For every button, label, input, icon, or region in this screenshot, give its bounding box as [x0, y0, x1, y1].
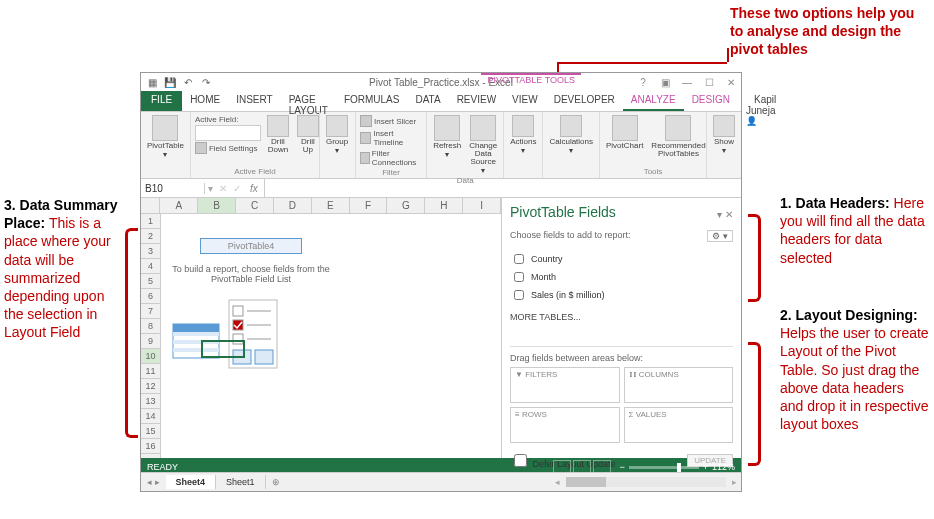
row-header[interactable]: 11: [141, 364, 161, 379]
zoom-in-icon[interactable]: +: [703, 462, 708, 472]
name-box-dropdown-icon[interactable]: ▾: [205, 183, 216, 194]
close-icon[interactable]: ✕: [723, 77, 739, 88]
spreadsheet[interactable]: A B C D E F G H I 1 2 3 4 5 6 7 8 9 10: [141, 198, 502, 458]
col-header[interactable]: D: [274, 198, 312, 214]
actions-button[interactable]: Actions▾: [508, 114, 538, 156]
redo-icon[interactable]: ↷: [199, 77, 213, 88]
col-header[interactable]: C: [236, 198, 274, 214]
field-sales[interactable]: Sales (in $ million): [510, 286, 733, 304]
refresh-button[interactable]: Refresh▾: [431, 114, 463, 160]
hscroll-right-icon[interactable]: ▸: [728, 477, 741, 487]
col-header[interactable]: H: [425, 198, 463, 214]
tab-formulas[interactable]: FORMULAS: [336, 91, 408, 111]
field-checkbox[interactable]: [514, 272, 524, 282]
field-month[interactable]: Month: [510, 268, 733, 286]
maximize-icon[interactable]: ☐: [701, 77, 717, 88]
col-header[interactable]: G: [387, 198, 425, 214]
tab-view[interactable]: VIEW: [504, 91, 546, 111]
field-checkbox[interactable]: [514, 254, 524, 264]
sheet-tab[interactable]: Sheet1: [216, 475, 266, 489]
filter-connections-button[interactable]: Filter Connections: [360, 148, 422, 168]
more-tables-link[interactable]: MORE TABLES...: [510, 312, 733, 322]
drill-up-button[interactable]: Drill Up: [295, 114, 321, 155]
col-header[interactable]: E: [312, 198, 350, 214]
row-header[interactable]: 7: [141, 304, 161, 319]
filters-box[interactable]: ▼ FILTERS: [510, 367, 620, 403]
tab-review[interactable]: REVIEW: [449, 91, 504, 111]
new-sheet-icon[interactable]: ⊕: [266, 477, 286, 487]
save-icon[interactable]: 💾: [163, 77, 177, 88]
ribbon-group-show: Show▾: [707, 112, 741, 178]
sheet-nav-icon[interactable]: ◂ ▸: [141, 477, 166, 487]
calculations-button[interactable]: Calculations▾: [547, 114, 595, 156]
row-header[interactable]: 16: [141, 439, 161, 454]
pane-settings-button[interactable]: ⚙ ▾: [707, 230, 733, 242]
row-header[interactable]: 9: [141, 334, 161, 349]
group-button[interactable]: Group▾: [324, 114, 350, 156]
hscrollbar[interactable]: [566, 477, 726, 487]
row-header[interactable]: 3: [141, 244, 161, 259]
field-country[interactable]: Country: [510, 250, 733, 268]
tab-home[interactable]: HOME: [182, 91, 228, 111]
columns-box[interactable]: ⫿⫿ COLUMNS: [624, 367, 734, 403]
pivotchart-button[interactable]: PivotChart: [604, 114, 645, 151]
undo-icon[interactable]: ↶: [181, 77, 195, 88]
row-header[interactable]: 13: [141, 394, 161, 409]
col-header[interactable]: A: [160, 198, 198, 214]
pivottable-button[interactable]: PivotTable▾: [145, 114, 186, 160]
insert-timeline-button[interactable]: Insert Timeline: [360, 128, 422, 148]
tab-page-layout[interactable]: PAGE LAYOUT: [281, 91, 336, 111]
minimize-icon[interactable]: —: [679, 77, 695, 88]
rows-box[interactable]: ≡ ROWS: [510, 407, 620, 443]
values-box[interactable]: Σ VALUES: [624, 407, 734, 443]
row-header[interactable]: 10: [141, 349, 161, 364]
sheet-tab-active[interactable]: Sheet4: [166, 475, 217, 489]
row-header[interactable]: 14: [141, 409, 161, 424]
zoom-level[interactable]: 112%: [712, 462, 735, 472]
row-header[interactable]: 1: [141, 214, 161, 229]
tab-analyze[interactable]: ANALYZE: [623, 91, 684, 111]
tab-data[interactable]: DATA: [407, 91, 448, 111]
formula-input[interactable]: [264, 179, 741, 197]
grid-area[interactable]: PivotTable4 To build a report, choose fi…: [161, 214, 501, 458]
row-header[interactable]: 12: [141, 379, 161, 394]
row-header[interactable]: 15: [141, 424, 161, 439]
row-header[interactable]: 6: [141, 289, 161, 304]
defer-checkbox[interactable]: [514, 454, 527, 467]
name-box[interactable]: B10: [141, 183, 205, 194]
window-controls: ? ▣ — ☐ ✕: [635, 77, 739, 88]
col-header[interactable]: F: [350, 198, 388, 214]
active-field-input[interactable]: [195, 125, 261, 141]
field-settings-button[interactable]: Field Settings: [195, 141, 261, 155]
insert-slicer-button[interactable]: Insert Slicer: [360, 114, 422, 128]
drag-instruction: Drag fields between areas below:: [510, 346, 733, 363]
drill-down-button[interactable]: Drill Down: [265, 114, 291, 155]
recommended-pivottables-button[interactable]: Recommended PivotTables: [649, 114, 707, 159]
help-icon[interactable]: ?: [635, 77, 651, 88]
excel-icon: ▦: [145, 77, 159, 88]
change-data-source-button[interactable]: Change Data Source▾: [467, 114, 499, 176]
tab-insert[interactable]: INSERT: [228, 91, 281, 111]
pivotchart-icon: [612, 115, 638, 141]
field-checkbox[interactable]: [514, 290, 524, 300]
row-header[interactable]: 4: [141, 259, 161, 274]
row-header[interactable]: 2: [141, 229, 161, 244]
ribbon-toggle-icon[interactable]: ▣: [657, 77, 673, 88]
row-header[interactable]: 5: [141, 274, 161, 289]
tab-developer[interactable]: DEVELOPER: [546, 91, 623, 111]
row-header[interactable]: 17: [141, 454, 161, 458]
show-button[interactable]: Show▾: [711, 114, 737, 156]
ribbon-group-actions: Actions▾: [504, 112, 543, 178]
zoom-out-icon[interactable]: −: [619, 462, 624, 472]
pane-dropdown-icon[interactable]: ▾: [717, 209, 722, 220]
tab-design[interactable]: DESIGN: [684, 91, 738, 111]
zoom-slider[interactable]: [629, 466, 699, 469]
fx-icon[interactable]: fx: [244, 183, 264, 194]
pane-close-icon[interactable]: ✕: [725, 209, 733, 220]
col-header[interactable]: I: [463, 198, 501, 214]
tab-file[interactable]: FILE: [141, 91, 182, 111]
select-all-corner[interactable]: [141, 198, 160, 214]
hscroll-left-icon[interactable]: ◂: [551, 477, 564, 487]
row-header[interactable]: 8: [141, 319, 161, 334]
col-header[interactable]: B: [198, 198, 236, 214]
